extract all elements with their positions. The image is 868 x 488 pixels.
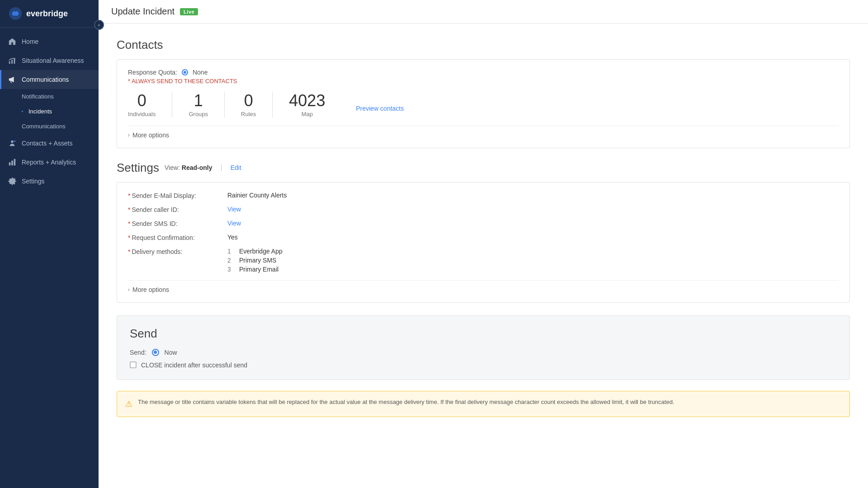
preview-contacts-link[interactable]: Preview contacts [356,105,404,112]
send-section: Send Send: Now CLOSE incident after succ… [117,315,850,380]
warning-banner: ⚠ The message or title contains variable… [117,391,850,417]
stat-individuals-label: Individuals [128,111,156,117]
sender-caller-value: View [227,206,839,213]
svg-rect-7 [11,160,13,165]
request-confirmation-label-text: Request Confirmation: [132,234,194,241]
stat-rules: 0 Rules [225,92,273,117]
response-quota-label: Response Quota: [128,69,177,76]
response-quota-radio[interactable] [182,69,188,75]
delivery-num-2: 2 [227,257,235,264]
settings-separator: | [221,164,222,172]
sidebar-item-home[interactable]: Home [0,32,99,51]
sender-sms-label-text: Sender SMS ID: [132,220,177,227]
svg-rect-2 [11,60,13,64]
sidebar-item-contacts-assets[interactable]: Contacts + Assets [0,134,99,153]
sender-email-label-text: Sender E-Mail Display: [132,192,196,199]
more-options-chevron: › [128,132,130,138]
sender-caller-label: * Sender caller ID: [128,206,227,213]
sender-caller-link[interactable]: View [227,206,241,213]
sender-email-required: * [128,192,130,199]
delivery-item-3: 3 Primary Email [227,266,839,273]
delivery-num-3: 3 [227,266,235,273]
bar-chart-icon [8,158,16,166]
sender-email-value: Rainier County Alerts [227,192,839,199]
send-section-title: Send [130,327,837,341]
sender-email-label: * Sender E-Mail Display: [128,192,227,199]
delivery-required: * [128,248,130,255]
sidebar-item-situational-awareness[interactable]: Situational Awareness [0,51,99,70]
sender-caller-label-text: Sender caller ID: [132,206,179,213]
close-incident-row: CLOSE incident after successful send [130,361,837,369]
send-label: Send: [130,349,146,356]
sidebar-item-settings-label: Settings [22,178,45,185]
stat-rules-label: Rules [241,111,256,117]
sidebar-item-communications-label: Communications [22,76,69,83]
chart-icon [8,56,16,65]
response-quota-row: Response Quota: None [128,69,839,76]
response-quota-value: None [193,69,208,76]
topbar: Update Incident Live [99,0,868,23]
sidebar-item-settings[interactable]: Settings [0,172,99,191]
close-incident-label: CLOSE incident after successful send [141,361,247,369]
close-incident-checkbox[interactable] [130,361,137,368]
stat-groups-number: 1 [194,92,203,110]
svg-rect-1 [9,61,10,64]
stat-rules-number: 0 [244,92,253,110]
stat-map: 4023 Map [273,92,341,117]
svg-point-4 [11,141,13,143]
delivery-value-2: Primary SMS [239,257,276,264]
delivery-methods-value: 1 Everbridge App 2 Primary SMS 3 Primary… [227,248,839,273]
contacts-more-options-label: More options [132,131,169,139]
svg-point-5 [14,141,16,142]
incidents-indicator [22,111,23,112]
sidebar-item-notifications[interactable]: Notifications [0,89,99,104]
always-send-text: * ALWAYS SEND TO THESE CONTACTS [128,78,839,84]
delivery-num-1: 1 [227,248,235,255]
stat-groups: 1 Groups [172,92,225,117]
settings-edit-link[interactable]: Edit [231,164,241,171]
delivery-item-2: 2 Primary SMS [227,257,839,264]
delivery-value-1: Everbridge App [239,248,283,255]
settings-view-mode: Read-only [182,164,212,171]
send-row: Send: Now [130,349,837,356]
sidebar-item-communications-sub-label: Communications [22,123,66,130]
sidebar-item-reports-analytics[interactable]: Reports + Analytics [0,153,99,172]
delivery-methods-label-text: Delivery methods: [132,248,182,255]
settings-more-options-label: More options [132,286,169,293]
person-pin-icon [8,139,16,147]
sender-caller-required: * [128,206,130,213]
sender-sms-label: * Sender SMS ID: [128,220,227,227]
everbridge-logo-icon [8,6,23,21]
settings-more-options[interactable]: › More options [128,280,839,293]
stat-individuals: 0 Individuals [128,92,172,117]
sidebar-item-communications-sub[interactable]: Communications [0,119,99,134]
stat-individuals-number: 0 [137,92,146,110]
svg-rect-6 [9,162,11,165]
live-badge: Live [180,8,198,15]
sidebar-item-communications[interactable]: Communications [0,70,99,89]
sender-sms-required: * [128,220,130,227]
request-confirmation-label: * Request Confirmation: [128,234,227,241]
sidebar-item-situational-awareness-label: Situational Awareness [22,57,84,64]
contacts-section-title: Contacts [117,38,850,52]
sidebar-item-home-label: Home [22,38,38,45]
contacts-section-block: Response Quota: None * ALWAYS SEND TO TH… [117,59,850,148]
send-now-label: Now [165,349,177,356]
contacts-more-options[interactable]: › More options [128,126,839,139]
sidebar-item-incidents[interactable]: Incidents [0,104,99,119]
view-text: View: [165,164,180,171]
content-area: Contacts Response Quota: None * ALWAYS S… [99,23,868,488]
warning-icon: ⚠ [125,398,132,410]
settings-view-label: View: Read-only [165,164,212,171]
stat-map-label: Map [302,111,313,117]
home-icon [8,38,16,46]
warning-text: The message or title contains variable t… [138,398,675,407]
settings-section-title: Settings [117,161,159,175]
megaphone-icon [8,75,16,84]
sidebar-collapse-button[interactable]: « [94,20,104,30]
contacts-stats: 0 Individuals 1 Groups 0 Rules 4023 Map [128,92,341,117]
settings-form: * Sender E-Mail Display: Rainier County … [128,192,839,273]
sender-sms-link[interactable]: View [227,220,241,227]
sidebar-item-contacts-assets-label: Contacts + Assets [22,140,72,147]
send-now-radio[interactable] [152,349,159,356]
